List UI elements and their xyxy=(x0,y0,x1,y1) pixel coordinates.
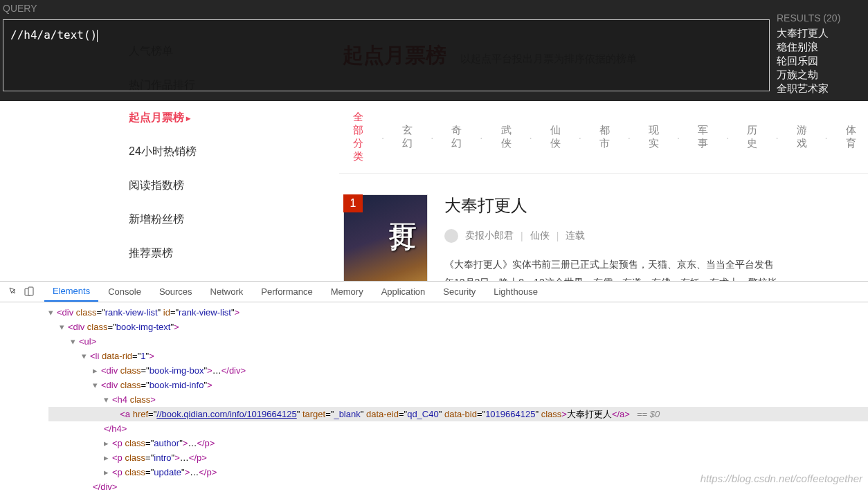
cat-tab[interactable]: 武侠 xyxy=(501,124,512,150)
sidebar-item-fans[interactable]: 新增粉丝榜 xyxy=(129,203,339,237)
devtools-tab-elements[interactable]: Elements xyxy=(44,282,98,302)
cat-tab[interactable]: 游戏 xyxy=(797,124,807,150)
devtools-tab-memory[interactable]: Memory xyxy=(323,282,372,301)
cat-tab[interactable]: 军事 xyxy=(698,124,708,150)
book-author[interactable]: 卖报小郎君 xyxy=(465,230,514,242)
avatar-icon xyxy=(444,229,458,243)
results-label: RESULTS (20) xyxy=(777,12,867,24)
cat-tab[interactable]: 都市 xyxy=(599,124,610,150)
dom-tree[interactable]: <div class="rank-view-list" id="rank-vie… xyxy=(0,302,868,494)
text-cursor xyxy=(97,30,98,42)
cat-tab[interactable]: 奇幻 xyxy=(451,124,462,150)
devtools-tab-sources[interactable]: Sources xyxy=(151,282,201,301)
dom-selected-line[interactable]: <a href="//book.qidian.com/info/10196641… xyxy=(48,407,868,421)
devtools-tab-security[interactable]: Security xyxy=(435,282,484,301)
query-label: QUERY xyxy=(3,3,37,14)
cat-tab[interactable]: 玄幻 xyxy=(402,124,413,150)
devtools-tab-application[interactable]: Application xyxy=(373,282,434,301)
sidebar-item-rec[interactable]: 推荐票榜 xyxy=(129,237,339,271)
sidebar-item-24h[interactable]: 24小时热销榜 xyxy=(129,135,339,169)
xpath-overlay: QUERY //h4/a/text() RESULTS (20) 大奉打更人 稳… xyxy=(0,0,868,101)
book-genre[interactable]: 仙侠 xyxy=(530,230,550,242)
cat-tab[interactable]: 历史 xyxy=(747,124,757,150)
results-item[interactable]: 大奉打更人 xyxy=(777,26,867,40)
results-panel: RESULTS (20) 大奉打更人 稳住别浪 轮回乐园 万族之劫 全职艺术家 xyxy=(777,12,867,95)
book-title[interactable]: 大奉打更人 xyxy=(444,194,868,217)
sidebar-item-read[interactable]: 阅读指数榜 xyxy=(129,169,339,203)
devtools-tab-performance[interactable]: Performance xyxy=(253,282,320,301)
cat-tab[interactable]: 现实 xyxy=(649,124,659,150)
devtools-panel: Elements Console Sources Network Perform… xyxy=(0,281,868,494)
results-item[interactable]: 稳住别浪 xyxy=(777,40,867,54)
device-icon[interactable] xyxy=(22,285,36,299)
book-meta: 卖报小郎君 | 仙侠 | 连载 xyxy=(444,229,868,243)
devtools-tabs: Elements Console Sources Network Perform… xyxy=(0,282,868,302)
svg-rect-1 xyxy=(28,287,33,295)
devtools-tab-network[interactable]: Network xyxy=(202,282,252,301)
query-input-box[interactable]: //h4/a/text() xyxy=(3,19,770,91)
query-text: //h4/a/text() xyxy=(10,28,97,42)
inspect-icon[interactable] xyxy=(7,285,21,299)
cat-tab-all[interactable]: 全部分类 xyxy=(353,111,363,163)
results-item[interactable]: 全职艺术家 xyxy=(777,82,867,95)
cat-tab[interactable]: 体育 xyxy=(846,124,856,150)
devtools-tab-console[interactable]: Console xyxy=(100,282,150,301)
results-item[interactable]: 万族之劫 xyxy=(777,68,867,82)
category-tabs: 全部分类· 玄幻· 奇幻· 武侠· 仙侠· 都市· 现实· 军事· 历史· 游戏… xyxy=(339,101,868,174)
book-status: 连载 xyxy=(566,230,585,242)
watermark: https://blog.csdn.net/coffeetogether xyxy=(700,473,862,484)
devtools-tab-lighthouse[interactable]: Lighthouse xyxy=(485,282,546,301)
sidebar-item-monthly[interactable]: 起点月票榜 xyxy=(129,101,339,135)
rank-badge: 1 xyxy=(343,194,363,212)
results-item[interactable]: 轮回乐园 xyxy=(777,54,867,68)
cat-tab[interactable]: 仙侠 xyxy=(550,124,561,150)
